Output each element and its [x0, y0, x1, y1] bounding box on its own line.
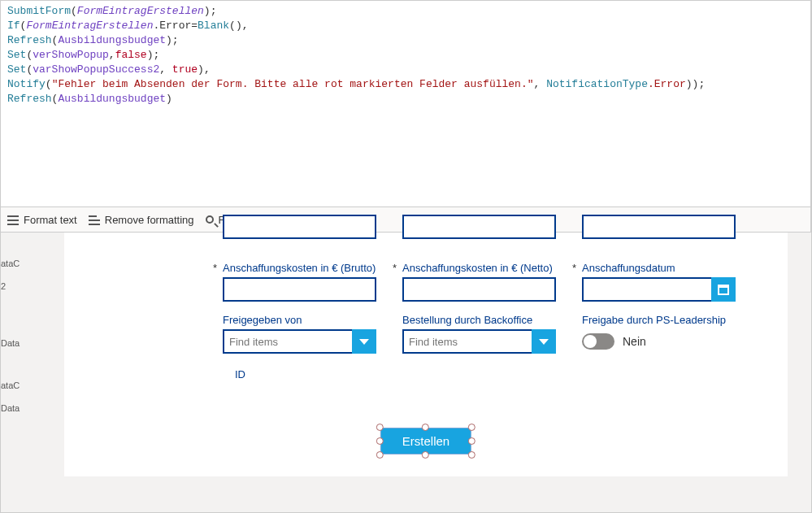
resize-handle[interactable]	[468, 424, 475, 431]
dropdown-button-bestellung[interactable]	[532, 329, 556, 354]
tree-panel-labels: ataC 2 Data ataC Data	[1, 233, 20, 513]
field-netto: * Anschaffungskosten in € (Netto)	[402, 262, 556, 302]
tree-label: 2	[1, 281, 6, 291]
resize-handle[interactable]	[422, 451, 429, 459]
label-datum: Anschaffungsdatum	[582, 262, 736, 274]
create-button-selection[interactable]: Erstellen	[380, 428, 471, 454]
input-brutto[interactable]	[223, 277, 376, 302]
required-marker: *	[572, 262, 576, 274]
field-freigabe-leadership: Freigabe durch PS-Leadership Nein	[582, 314, 736, 354]
field-brutto: * Anschaffungskosten in € (Brutto)	[223, 262, 376, 302]
label-freigegeben: Freigegeben von	[223, 314, 376, 326]
date-picker-button[interactable]	[711, 277, 736, 302]
resize-handle[interactable]	[376, 424, 384, 431]
resize-handle[interactable]	[376, 437, 384, 445]
field-datum: * Anschaffungsdatum	[582, 262, 736, 302]
tree-label: ataC	[1, 259, 20, 268]
label-id: ID	[235, 368, 245, 380]
remove-formatting-button[interactable]: Remove formatting	[89, 214, 194, 226]
formula-bar-code[interactable]: SubmitForm(FormEintragErstellen); If(For…	[0, 0, 811, 207]
tree-label: ataC	[1, 380, 20, 390]
format-text-label: Format text	[24, 214, 77, 226]
remove-formatting-label: Remove formatting	[105, 214, 194, 226]
resize-handle[interactable]	[468, 437, 475, 445]
label-brutto: Anschaffungskosten in € (Brutto)	[223, 262, 376, 274]
format-text-button[interactable]: Format text	[7, 214, 77, 226]
toggle-freigabe-leadership[interactable]	[582, 333, 614, 350]
app-canvas[interactable]: ataC 2 Data ataC Data * Anschaffungskost…	[0, 233, 811, 513]
chevron-down-icon	[539, 339, 549, 345]
required-marker: *	[213, 262, 217, 274]
form-card: * Anschaffungskosten in € (Brutto) * Ans…	[64, 233, 788, 476]
input-prev-2[interactable]	[402, 215, 556, 239]
resize-handle[interactable]	[376, 451, 384, 459]
label-bestellung: Bestellung durch Backoffice	[402, 314, 556, 326]
field-freigegeben-von: Freigegeben von	[223, 314, 376, 354]
create-button[interactable]: Erstellen	[380, 428, 471, 454]
toggle-value-label: Nein	[623, 335, 646, 348]
calendar-icon	[718, 285, 729, 295]
chevron-down-icon	[359, 339, 369, 345]
required-marker: *	[393, 262, 397, 274]
field-prev-3	[582, 215, 736, 239]
field-prev-2	[402, 215, 556, 239]
input-prev-3[interactable]	[582, 215, 736, 239]
tree-label: Data	[1, 403, 20, 413]
tree-label: Data	[1, 338, 20, 348]
label-freigabe-leadership: Freigabe durch PS-Leadership	[582, 314, 736, 326]
dropdown-button-freigegeben[interactable]	[352, 329, 376, 354]
input-netto[interactable]	[402, 277, 556, 302]
format-text-icon	[7, 214, 19, 225]
field-prev-1	[223, 215, 376, 239]
remove-formatting-icon	[89, 214, 100, 225]
field-bestellung-backoffice: Bestellung durch Backoffice	[402, 314, 556, 354]
label-netto: Anschaffungskosten in € (Netto)	[402, 262, 556, 274]
search-icon	[206, 215, 214, 224]
input-prev-1[interactable]	[223, 215, 376, 239]
resize-handle[interactable]	[468, 451, 475, 459]
